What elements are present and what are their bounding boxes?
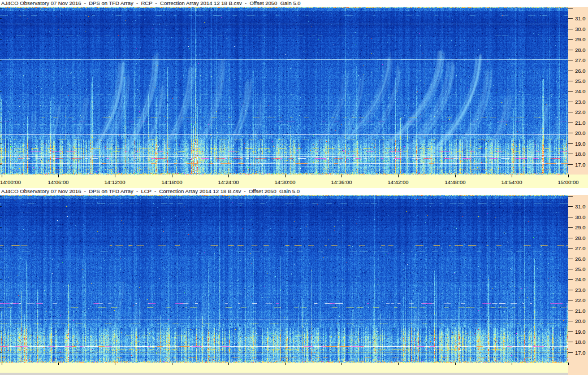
time-tick-label: 15:00:00 — [554, 179, 583, 185]
time-tick — [58, 363, 59, 365]
time-tick-label: 14:00:00 — [0, 179, 29, 185]
freq-tick-label: 21.0 — [575, 120, 586, 125]
freq-tick — [568, 39, 573, 40]
freq-tick — [568, 227, 573, 228]
time-tick — [341, 363, 342, 365]
freq-tick-label: 21.0 — [575, 308, 586, 313]
freq-tick-label: 20.0 — [575, 130, 586, 136]
freq-tick-label: 24.0 — [575, 276, 586, 282]
time-tick — [568, 363, 569, 365]
freq-tick-label: 23.0 — [575, 99, 586, 104]
freq-tick-label: 24.0 — [575, 88, 586, 94]
time-tick-label: 14:06:00 — [44, 179, 73, 185]
time-tick-label: 14:54:00 — [497, 179, 526, 185]
time-tick — [2, 175, 2, 177]
freq-tick — [568, 50, 573, 50]
freq-tick-label: 30.0 — [575, 26, 586, 32]
freq-tick — [568, 8, 573, 8]
freq-tick-label: 25.0 — [575, 78, 586, 84]
freq-tick-label: 27.0 — [575, 57, 586, 63]
time-tick-label: 14:18:00 — [157, 179, 187, 185]
spectrogram-rcp-plot — [0, 7, 568, 175]
frequency-scale-margin — [568, 363, 588, 373]
time-tick-label: 14:12:00 — [100, 179, 129, 185]
time-tick — [58, 175, 59, 177]
time-tick — [455, 363, 456, 365]
time-tick — [568, 175, 569, 177]
freq-tick-label: 29.0 — [575, 224, 586, 230]
freq-tick — [568, 143, 573, 144]
freq-tick-label: 31.0 — [575, 203, 586, 209]
freq-tick-label: 17.0 — [575, 162, 586, 167]
time-tick — [285, 175, 286, 177]
freq-tick-label: 25.0 — [575, 266, 586, 272]
freq-tick — [568, 60, 573, 60]
freq-tick — [568, 300, 573, 300]
freq-tick-label: 18.0 — [575, 339, 586, 345]
freq-tick — [568, 71, 573, 71]
radio-sky-spectrograph-window: AJ4CO Observatory 07 Nov 2016 - DPS on T… — [0, 0, 588, 375]
spectrogram-lcp-plot — [0, 195, 568, 363]
panel-title-lcp: AJ4CO Observatory 07 Nov 2016 - DPS on T… — [0, 188, 588, 195]
freq-tick-label: 18.0 — [575, 151, 586, 156]
freq-tick-label: 26.0 — [575, 256, 586, 261]
frequency-scale-lcp: 31.030.029.028.027.026.025.024.023.022.0… — [568, 195, 588, 363]
time-tick — [115, 363, 115, 365]
freq-tick-label: 31.0 — [575, 15, 586, 21]
freq-tick-label: 19.0 — [575, 329, 586, 334]
freq-tick-label: 30.0 — [575, 214, 586, 220]
time-tick — [285, 363, 286, 365]
freq-tick-label: 22.0 — [575, 109, 586, 115]
freq-tick — [568, 259, 573, 259]
freq-tick — [568, 342, 573, 342]
time-tick — [115, 175, 115, 177]
time-tick — [172, 175, 172, 177]
freq-tick — [568, 112, 573, 112]
freq-tick — [568, 352, 573, 353]
time-tick-label: 14:30:00 — [270, 179, 300, 185]
freq-tick — [568, 206, 573, 207]
freq-tick — [568, 269, 573, 269]
frequency-scale-margin-2 — [568, 373, 588, 375]
time-tick — [512, 363, 512, 365]
time-tick-label: 14:24:00 — [214, 179, 243, 185]
time-tick — [172, 363, 172, 365]
freq-tick-label: 27.0 — [575, 245, 586, 251]
window-bottom-strip — [0, 373, 588, 375]
freq-tick — [568, 133, 573, 133]
time-tick-label: 14:42:00 — [383, 179, 413, 185]
freq-tick — [568, 196, 573, 197]
time-tick — [228, 175, 229, 177]
freq-tick — [568, 29, 573, 29]
freq-tick — [568, 81, 573, 81]
freq-tick — [568, 248, 573, 248]
frequency-scale-rcp: 31.030.029.028.027.026.025.024.023.022.0… — [568, 7, 588, 175]
time-tick — [398, 175, 399, 177]
freq-tick-label: 28.0 — [575, 235, 586, 241]
panel-title-rcp: AJ4CO Observatory 07 Nov 2016 - DPS on T… — [0, 0, 588, 7]
time-tick-label: 14:48:00 — [440, 179, 470, 185]
time-tick — [341, 175, 342, 177]
time-axis-bottom-cropped — [0, 363, 588, 373]
freq-tick — [568, 18, 573, 19]
freq-tick-label: 28.0 — [575, 47, 586, 53]
time-tick — [512, 175, 512, 177]
freq-tick-label: 22.0 — [575, 297, 586, 303]
freq-tick — [568, 311, 573, 311]
freq-tick — [568, 102, 573, 102]
spectrogram-panel-rcp: 31.030.029.028.027.026.025.024.023.022.0… — [0, 7, 588, 175]
freq-tick — [568, 332, 573, 332]
freq-tick — [568, 238, 573, 238]
freq-tick — [568, 91, 573, 91]
time-tick — [2, 363, 2, 365]
freq-tick-label: 19.0 — [575, 141, 586, 146]
time-tick — [398, 363, 399, 365]
freq-tick — [568, 164, 573, 165]
freq-tick-label: 29.0 — [575, 36, 586, 42]
spectrogram-panel-lcp: 31.030.029.028.027.026.025.024.023.022.0… — [0, 195, 588, 363]
freq-tick-label: 17.0 — [575, 350, 586, 355]
time-tick-label: 14:36:00 — [327, 179, 356, 185]
freq-tick — [568, 279, 573, 280]
time-axis: 14:00:0014:06:0014:12:0014:18:0014:24:00… — [0, 175, 588, 188]
time-tick — [455, 175, 456, 177]
